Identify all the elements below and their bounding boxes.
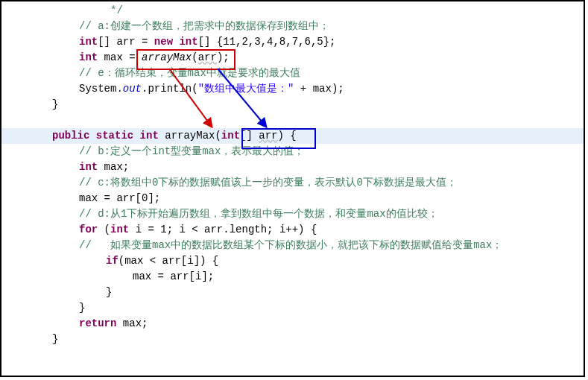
keyword: int [79, 36, 98, 48]
code-text: max; [116, 317, 148, 329]
brace: } [52, 98, 58, 110]
code-line: } [1, 300, 584, 316]
comment-text: // b:定义一个int型变量max，表示最大的值； [79, 145, 304, 157]
code-text: [] arr = [98, 36, 154, 48]
static-field: out [123, 83, 142, 95]
code-line: for (int i = 1; i < arr.length; i++) { [1, 222, 584, 238]
code-line: max = arr[i]; [1, 269, 584, 285]
code-line: */ [1, 3, 584, 19]
arg-arr: arr [198, 51, 217, 63]
code-line: return max; [1, 316, 584, 332]
code-line: int max = arrayMax(arr); [1, 50, 584, 66]
code-text: ( [98, 224, 110, 235]
brace: } [52, 333, 58, 345]
code-line: } [1, 332, 584, 347]
code-line: int max; [1, 159, 584, 175]
brace: } [79, 302, 85, 314]
keyword: public static int [52, 130, 159, 142]
code-text: max; [98, 161, 129, 173]
code-text: System. [79, 83, 123, 95]
keyword: if [106, 255, 118, 267]
param-arr: arr [259, 130, 277, 142]
keyword: int [79, 161, 98, 173]
code-line: // 如果变量max中的数据比数组某个下标的数据小，就把该下标的数据赋值给变量m… [1, 238, 584, 253]
keyword: return [79, 317, 116, 329]
method-call: arrayMax [142, 51, 192, 63]
comment-text: // 如果变量max中的数据比数组某个下标的数据小，就把该下标的数据赋值给变量m… [79, 239, 502, 251]
code-text: .println( [142, 83, 198, 95]
code-line: // a:创建一个数组，把需求中的数据保存到数组中； [1, 19, 584, 34]
method-name: arrayMax( [159, 130, 221, 142]
code-line: // d:从1下标开始遍历数组，拿到数组中每一个数据，和变量max的值比较； [1, 206, 584, 222]
code-line: int[] arr = new int[] {11,2,3,4,8,7,6,5}… [1, 34, 584, 50]
code-text: + max); [294, 83, 344, 95]
code-line: } [1, 285, 584, 300]
comment-text: // a:创建一个数组，把需求中的数据保存到数组中； [79, 20, 329, 32]
keyword: new int [154, 36, 198, 48]
comment-text: // e：循环结束，变量max中就是要求的最大值 [79, 67, 300, 79]
code-text: [] [240, 130, 259, 142]
code-text: max = arr[i]; [133, 270, 214, 282]
code-line: // e：循环结束，变量max中就是要求的最大值 [1, 66, 584, 81]
code-area: */ // a:创建一个数组，把需求中的数据保存到数组中； int[] arr … [1, 1, 584, 349]
code-line: // b:定义一个int型变量max，表示最大的值； [1, 144, 584, 159]
keyword: int [79, 51, 98, 63]
keyword: int [221, 130, 240, 142]
code-line: System.out.println("数组中最大值是：" + max); [1, 81, 584, 97]
comment-text: // c:将数组中0下标的数据赋值该上一步的变量，表示默认0下标数据是最大值； [79, 177, 457, 189]
brace: } [106, 286, 112, 298]
code-screenshot-frame: */ // a:创建一个数组，把需求中的数据保存到数组中； int[] arr … [0, 0, 585, 377]
code-text: max = arr[0]; [79, 192, 160, 204]
keyword: int [110, 224, 129, 235]
method-signature-line: public static int arrayMax(int[] arr) { [1, 128, 584, 144]
comment-text: // d:从1下标开始遍历数组，拿到数组中每一个数据，和变量max的值比较； [79, 208, 438, 220]
code-line: } [1, 97, 584, 113]
blank-line [1, 113, 584, 128]
code-text: ( [192, 51, 197, 63]
keyword: for [79, 224, 98, 235]
code-text: [] {11,2,3,4,8,7,6,5}; [198, 36, 336, 48]
code-text: ) { [278, 130, 297, 142]
code-line: max = arr[0]; [1, 191, 584, 206]
string-literal: "数组中最大值是：" [198, 83, 294, 95]
code-line: if(max < arr[i]) { [1, 253, 584, 269]
code-text: (max < arr[i]) { [118, 255, 218, 267]
code-line: // c:将数组中0下标的数据赋值该上一步的变量，表示默认0下标数据是最大值； [1, 175, 584, 191]
code-text: ); [217, 51, 230, 63]
code-text: max = [98, 51, 142, 63]
comment-text: */ [79, 4, 123, 16]
code-text: i = 1; i < arr.length; i++) { [129, 224, 317, 235]
